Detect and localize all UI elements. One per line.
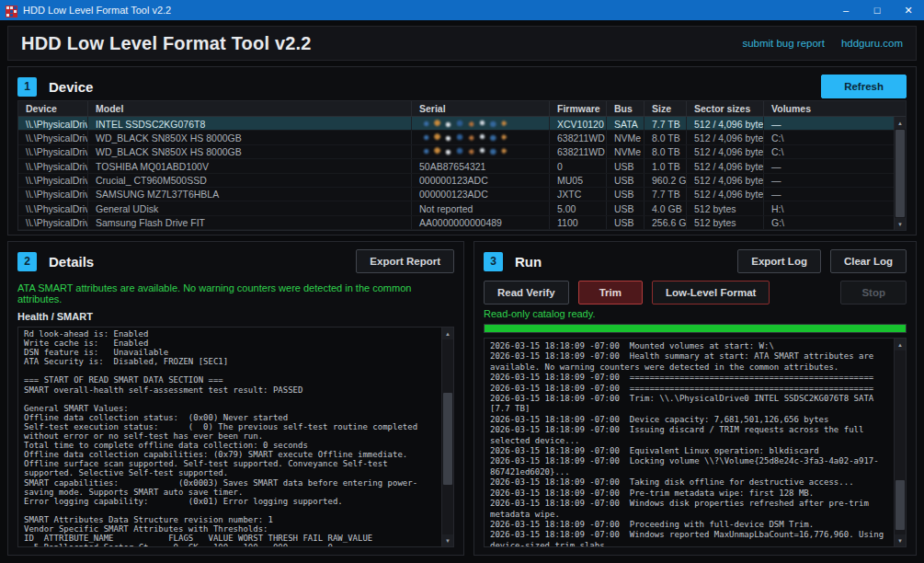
device-table-row[interactable]: \\.\PhysicalDrive6General UDiskNot repor…: [18, 201, 894, 215]
cell-size: 4.0 GB: [645, 201, 687, 214]
cell-sector-sizes: 512 / 4,096 bytes: [687, 131, 764, 144]
minimize-button[interactable]: –: [830, 0, 861, 20]
scroll-up-icon[interactable]: ▲: [895, 339, 906, 350]
cell-serial: [412, 117, 550, 130]
cell-model: Crucial_ CT960M500SSD: [88, 174, 412, 187]
cell-bus: NVMe: [607, 131, 645, 144]
cell-size: 8.0 TB: [645, 145, 687, 158]
cell-sector-sizes: 512 / 4,096 bytes: [687, 145, 764, 158]
device-table-row[interactable]: \\.\PhysicalDrive2WD_BLACK SN850X HS 800…: [18, 145, 894, 159]
device-panel-title: Device: [49, 79, 93, 95]
export-log-button[interactable]: Export Log: [737, 249, 821, 273]
column-header-firmware[interactable]: Firmware: [550, 101, 607, 116]
device-table-row[interactable]: \\.\PhysicalDrive7Samsung Flash Drive FI…: [18, 216, 894, 230]
log-output-box[interactable]: 2026-03-15 18:18:09 -07:00 Mounted volum…: [484, 338, 907, 547]
app-header: HDD Low Level Format Tool v2.2 submit bu…: [7, 26, 917, 61]
column-header-device[interactable]: Device: [18, 101, 88, 116]
scrollbar-thumb[interactable]: [443, 393, 452, 485]
cell-bus: NVMe: [607, 145, 645, 158]
cell-serial: [412, 145, 550, 158]
read-verify-button[interactable]: Read Verify: [484, 281, 569, 304]
cell-device: \\.\PhysicalDrive3: [18, 159, 88, 172]
trim-button[interactable]: Trim: [578, 281, 643, 304]
column-header-sector-sizes[interactable]: Sector sizes: [687, 101, 764, 116]
scrollbar-thumb[interactable]: [895, 130, 905, 217]
device-table-scrollbar[interactable]: ▲ ▼: [894, 117, 906, 230]
cell-sector-sizes: 512 / 4,096 bytes: [687, 117, 764, 130]
cell-serial: AA0000000000489: [412, 216, 550, 229]
redacted-serial: [419, 133, 509, 142]
cell-sector-sizes: 512 / 4,096 bytes: [687, 188, 764, 201]
app-icon: [6, 5, 17, 17]
cell-firmware: JXTC: [550, 188, 607, 201]
scroll-down-icon[interactable]: ▼: [895, 218, 906, 230]
cell-size: 7.7 TB: [645, 188, 687, 201]
cell-size: 960.2 GB: [645, 174, 687, 187]
link-hddguru[interactable]: hddguru.com: [841, 38, 903, 49]
device-table-row[interactable]: \\.\PhysicalDrive5SAMSUNG MZ7L37T6HBLA00…: [18, 188, 894, 201]
column-header-volumes[interactable]: Volumes: [764, 101, 906, 116]
redacted-serial: [419, 120, 509, 128]
cell-volumes: —: [764, 174, 894, 187]
log-box-scrollbar[interactable]: ▲ ▼: [894, 339, 906, 546]
stop-button[interactable]: Stop: [840, 281, 907, 304]
device-table-row[interactable]: \\.\PhysicalDrive4Crucial_ CT960M500SSD0…: [18, 174, 894, 188]
device-table-row[interactable]: \\.\PhysicalDrive3TOSHIBA MQ01ABD100V50A…: [18, 159, 894, 173]
scroll-down-icon[interactable]: ▼: [442, 534, 453, 546]
cell-serial: Not reported: [412, 201, 550, 214]
export-report-button[interactable]: Export Report: [356, 249, 454, 273]
clear-log-button[interactable]: Clear Log: [830, 249, 907, 273]
cell-device: \\.\PhysicalDrive1: [18, 131, 88, 144]
cell-device: \\.\PhysicalDrive5: [18, 188, 88, 201]
cell-model: WD_BLACK SN850X HS 8000GB: [88, 145, 412, 158]
device-table-row[interactable]: \\.\PhysicalDrive0INTEL SSDSC2KG076T8XCV…: [18, 117, 894, 131]
close-button[interactable]: ✕: [893, 0, 924, 20]
column-header-model[interactable]: Model: [88, 101, 412, 116]
cell-size: 256.6 GB: [645, 216, 687, 229]
device-table: DeviceModelSerialFirmwareBusSizeSector s…: [17, 100, 907, 231]
smart-output-box[interactable]: Rd look-ahead is: Enabled Write cache is…: [17, 327, 454, 547]
cell-device: \\.\PhysicalDrive6: [18, 201, 88, 214]
column-header-size[interactable]: Size: [645, 101, 687, 116]
cell-size: 1.0 TB: [645, 159, 687, 172]
cell-model: General UDisk: [88, 201, 412, 214]
scroll-up-icon[interactable]: ▲: [442, 327, 453, 339]
device-panel: 1 Device Refresh DeviceModelSerialFirmwa…: [7, 66, 917, 236]
cell-volumes: —: [764, 117, 894, 130]
cell-firmware: 0: [550, 159, 607, 172]
column-header-serial[interactable]: Serial: [412, 101, 550, 116]
refresh-button[interactable]: Refresh: [821, 75, 907, 98]
step-3-badge: 3: [484, 252, 503, 271]
cell-device: \\.\PhysicalDrive2: [18, 145, 88, 158]
device-table-header: DeviceModelSerialFirmwareBusSizeSector s…: [18, 101, 906, 117]
cell-firmware: 638211WD: [550, 145, 607, 158]
cell-model: SAMSUNG MZ7L37T6HBLA: [88, 188, 412, 201]
scroll-up-icon[interactable]: ▲: [895, 117, 906, 129]
cell-sector-sizes: 512 bytes: [687, 216, 764, 229]
column-header-bus[interactable]: Bus: [607, 101, 645, 116]
window-title: HDD Low Level Format Tool v2.2: [23, 5, 171, 16]
cell-serial: 000000123ADC: [412, 188, 550, 201]
log-output-text: 2026-03-15 18:18:09 -07:00 Mounted volum…: [490, 341, 891, 546]
cell-serial: 000000123ADC: [412, 174, 550, 187]
cell-device: \\.\PhysicalDrive7: [18, 216, 88, 229]
cell-firmware: 638211WD: [550, 131, 607, 144]
cell-sector-sizes: 512 bytes: [687, 201, 764, 214]
device-table-row[interactable]: \\.\PhysicalDrive1WD_BLACK SN850X HS 800…: [18, 131, 894, 144]
scroll-down-icon[interactable]: ▼: [895, 534, 906, 546]
cell-firmware: XCV10120: [550, 117, 607, 130]
details-panel: 2 Details Export Report ATA SMART attrib…: [7, 241, 464, 556]
cell-bus: USB: [607, 201, 645, 214]
cell-volumes: H:\: [764, 201, 894, 214]
cell-bus: USB: [607, 159, 645, 172]
scrollbar-thumb[interactable]: [895, 480, 905, 530]
step-2-badge: 2: [17, 252, 37, 271]
cell-device: \\.\PhysicalDrive0: [18, 117, 88, 130]
cell-volumes: C:\: [764, 131, 894, 144]
smart-box-scrollbar[interactable]: ▲ ▼: [441, 327, 453, 546]
redacted-serial: [419, 147, 509, 155]
link-submit-bug-report[interactable]: submit bug report: [742, 38, 825, 49]
maximize-button[interactable]: □: [861, 0, 893, 20]
cell-size: 8.0 TB: [645, 131, 687, 144]
low-level-format-button[interactable]: Low-Level Format: [652, 281, 770, 304]
